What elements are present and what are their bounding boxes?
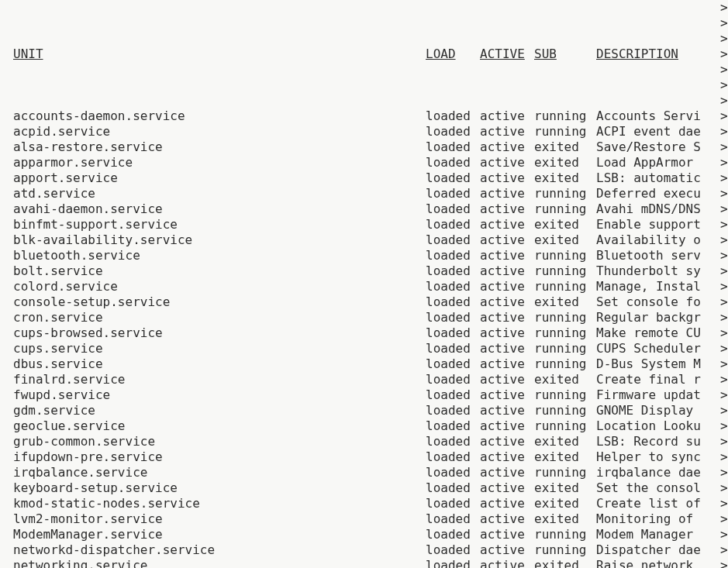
cell-description: Manage, Instal <box>596 279 728 294</box>
cell-active: active <box>480 542 534 558</box>
cell-sub: running <box>534 403 596 418</box>
cell-description: Make remote CU <box>596 325 728 341</box>
cell-unit: fwupd.service <box>0 387 426 403</box>
cell-description: CUPS Scheduler <box>596 341 728 356</box>
cell-active: active <box>480 294 534 310</box>
cell-active: active <box>480 248 534 263</box>
table-row: avahi-daemon.serviceloadedactiverunningA… <box>0 201 728 217</box>
cell-description: Raise network <box>596 558 728 568</box>
terminal-pager[interactable]: UNIT LOAD ACTIVE SUB DESCRIPTION account… <box>0 0 728 568</box>
cell-sub: exited <box>534 372 596 387</box>
cell-load: loaded <box>426 511 480 527</box>
cell-description: Availability o <box>596 232 728 248</box>
cell-load: loaded <box>426 186 480 201</box>
cell-sub: exited <box>534 232 596 248</box>
cell-unit: bolt.service <box>0 263 426 279</box>
cell-sub: running <box>534 248 596 263</box>
cell-unit: apport.service <box>0 170 426 186</box>
cell-sub: running <box>534 387 596 403</box>
cell-load: loaded <box>426 170 480 186</box>
cell-unit: avahi-daemon.service <box>0 201 426 217</box>
cell-load: loaded <box>426 294 480 310</box>
table-row: fwupd.serviceloadedactiverunningFirmware… <box>0 387 728 403</box>
table-row: atd.serviceloadedactiverunningDeferred e… <box>0 186 728 201</box>
cell-unit: ifupdown-pre.service <box>0 449 426 465</box>
cell-sub: running <box>534 310 596 325</box>
cell-sub: running <box>534 356 596 372</box>
cell-sub: running <box>534 465 596 480</box>
cell-active: active <box>480 480 534 496</box>
table-row: cups.serviceloadedactiverunningCUPS Sche… <box>0 341 728 356</box>
cell-sub: running <box>534 542 596 558</box>
cell-active: active <box>480 558 534 568</box>
table-row: networking.serviceloadedactiveexitedRais… <box>0 558 728 568</box>
cell-unit: kmod-static-nodes.service <box>0 496 426 511</box>
table-row: geoclue.serviceloadedactiverunningLocati… <box>0 418 728 434</box>
cell-description: ACPI event dae <box>596 124 728 139</box>
cell-description: Thunderbolt sy <box>596 263 728 279</box>
cell-unit: keyboard-setup.service <box>0 480 426 496</box>
cell-load: loaded <box>426 527 480 542</box>
cell-active: active <box>480 449 534 465</box>
table-row: apparmor.serviceloadedactiveexitedLoad A… <box>0 155 728 170</box>
table-row: colord.serviceloadedactiverunningManage,… <box>0 279 728 294</box>
cell-unit: ModemManager.service <box>0 527 426 542</box>
cell-load: loaded <box>426 480 480 496</box>
cell-load: loaded <box>426 139 480 155</box>
cell-load: loaded <box>426 403 480 418</box>
cell-load: loaded <box>426 465 480 480</box>
cell-load: loaded <box>426 418 480 434</box>
cell-description: Create list of <box>596 496 728 511</box>
cell-sub: running <box>534 341 596 356</box>
cell-unit: colord.service <box>0 279 426 294</box>
cell-description: Regular backgr <box>596 310 728 325</box>
table-row: alsa-restore.serviceloadedactiveexitedSa… <box>0 139 728 155</box>
header-description: DESCRIPTION <box>596 46 728 62</box>
cell-active: active <box>480 155 534 170</box>
cell-description: LSB: automatic <box>596 170 728 186</box>
cell-unit: irqbalance.service <box>0 465 426 480</box>
cell-sub: exited <box>534 294 596 310</box>
cell-load: loaded <box>426 201 480 217</box>
cell-load: loaded <box>426 356 480 372</box>
cell-active: active <box>480 186 534 201</box>
cell-description: GNOME Display <box>596 403 728 418</box>
table-row: ifupdown-pre.serviceloadedactiveexitedHe… <box>0 449 728 465</box>
cell-sub: running <box>534 108 596 124</box>
cell-active: active <box>480 511 534 527</box>
cell-active: active <box>480 325 534 341</box>
cell-description: Avahi mDNS/DNS <box>596 201 728 217</box>
cell-unit: accounts-daemon.service <box>0 108 426 124</box>
cell-active: active <box>480 465 534 480</box>
truncation-glyph: > <box>720 31 728 46</box>
cell-load: loaded <box>426 248 480 263</box>
cell-sub: exited <box>534 155 596 170</box>
cell-sub: exited <box>534 511 596 527</box>
cell-description: Bluetooth serv <box>596 248 728 263</box>
cell-sub: exited <box>534 434 596 449</box>
cell-active: active <box>480 356 534 372</box>
cell-description: Monitoring of <box>596 511 728 527</box>
cell-unit: dbus.service <box>0 356 426 372</box>
table-row: gdm.serviceloadedactiverunningGNOME Disp… <box>0 403 728 418</box>
cell-description: Modem Manager <box>596 527 728 542</box>
cell-load: loaded <box>426 155 480 170</box>
cell-load: loaded <box>426 124 480 139</box>
cell-unit: finalrd.service <box>0 372 426 387</box>
cell-load: loaded <box>426 232 480 248</box>
cell-load: loaded <box>426 387 480 403</box>
cell-sub: exited <box>534 217 596 232</box>
cell-load: loaded <box>426 542 480 558</box>
cell-sub: exited <box>534 496 596 511</box>
header-load: LOAD <box>426 46 480 62</box>
cell-active: active <box>480 263 534 279</box>
cell-sub: running <box>534 124 596 139</box>
header-sub: SUB <box>534 46 596 62</box>
service-list: accounts-daemon.serviceloadedactiverunni… <box>0 108 728 568</box>
cell-unit: acpid.service <box>0 124 426 139</box>
cell-active: active <box>480 403 534 418</box>
cell-active: active <box>480 232 534 248</box>
cell-description: Load AppArmor <box>596 155 728 170</box>
cell-sub: exited <box>534 558 596 568</box>
cell-sub: exited <box>534 170 596 186</box>
